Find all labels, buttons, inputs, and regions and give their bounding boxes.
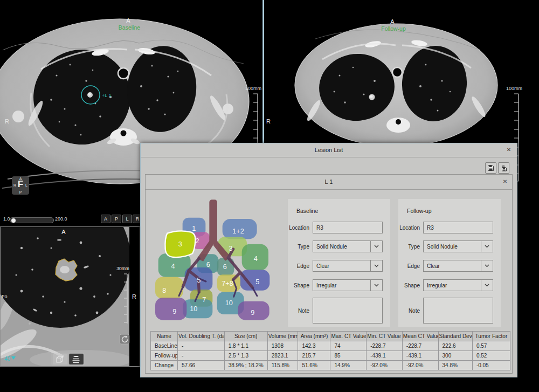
- orientation-a-label: A: [126, 17, 130, 24]
- location-input[interactable]: [423, 222, 493, 233]
- note-label: Note: [288, 308, 309, 314]
- export-icon: [500, 164, 507, 171]
- shape-label: Shape: [398, 283, 420, 288]
- lung-segment-diagram: 1 2 3 4 6 5 8 7 9 10 1+2 3 4 6 5: [152, 195, 281, 330]
- cube-right-label: L: [25, 183, 27, 187]
- shape-label: Shape: [288, 283, 309, 288]
- chevron-down-icon: [370, 241, 382, 252]
- cube-view-button[interactable]: [53, 354, 67, 365]
- series-title: Follow-up: [381, 25, 406, 32]
- dialog-title: Lesion List: [141, 147, 517, 153]
- type-select[interactable]: Solid Nodule: [423, 240, 493, 252]
- chevron-down-icon: [370, 280, 382, 291]
- zoom-slider-handle[interactable]: [11, 218, 16, 223]
- scale-label: 30mm: [116, 266, 129, 271]
- svg-text:3: 3: [229, 245, 232, 252]
- svg-text:9: 9: [172, 308, 176, 315]
- chevron-down-icon: [481, 260, 493, 271]
- cube-left-label: R: [13, 183, 16, 187]
- edge-label: Edge: [288, 263, 309, 269]
- svg-text:10: 10: [190, 305, 197, 313]
- svg-text:10: 10: [225, 299, 233, 307]
- series-title: Baseline: [119, 24, 140, 31]
- lesion-panel-title: L 1: [146, 178, 512, 185]
- location-label: Location: [398, 225, 420, 231]
- table-row[interactable]: BaseLine - 1.8 * 1.1 1308 142.3 74 -228.…: [151, 341, 510, 351]
- zoom-slider[interactable]: [10, 217, 54, 223]
- type-label: Type: [288, 244, 309, 250]
- orientation-r-label: R: [5, 118, 9, 125]
- svg-text:2: 2: [195, 237, 199, 245]
- slice-stack-button[interactable]: [69, 354, 84, 365]
- shape-select[interactable]: Irregular: [423, 279, 493, 291]
- location-input[interactable]: [313, 222, 383, 233]
- table-row[interactable]: Follow-up - 2.5 * 1.3 2823.1 215.7 85 -4…: [151, 351, 510, 361]
- render-mode-toggle: [51, 353, 85, 366]
- orientation-button-l[interactable]: L: [122, 215, 132, 223]
- scale-label: 100mm: [245, 86, 261, 91]
- edge-select[interactable]: Clear: [313, 260, 383, 272]
- lesion-panel-close-button[interactable]: ✕: [501, 178, 509, 185]
- svg-text:6: 6: [223, 263, 227, 271]
- segment-l5[interactable]: [240, 270, 270, 290]
- baseline-form: Baseline Location Type Solid Nodule Edge…: [288, 199, 390, 327]
- svg-text:4: 4: [171, 263, 175, 270]
- magnified-ct-image: A Fo R 30mm 40: [0, 226, 140, 367]
- svg-text:1+2: 1+2: [232, 228, 244, 235]
- orientation-r-label: R: [266, 118, 271, 125]
- svg-text:7+8: 7+8: [222, 280, 233, 287]
- cube-bottom-label: P: [12, 190, 29, 194]
- reset-view-button[interactable]: [120, 334, 129, 344]
- form-title: Baseline: [296, 208, 318, 214]
- svg-text:1: 1: [192, 225, 196, 232]
- lesion-detail-panel: L 1 ✕: [145, 174, 513, 374]
- orientation-button-a[interactable]: A: [101, 215, 110, 223]
- note-input[interactable]: [423, 298, 493, 324]
- svg-text:7: 7: [202, 296, 206, 304]
- orientation-button-p[interactable]: P: [112, 215, 121, 223]
- followup-form: Follow-up Location Type Solid Nodule Edg…: [398, 199, 501, 327]
- measurement-table: Name Vol. Doubling T. (day Size (cm) Vol…: [150, 331, 510, 370]
- orientation-a-label: A: [390, 18, 395, 25]
- zoom-min-label: 1.0: [3, 216, 10, 222]
- segment-r10[interactable]: [183, 299, 212, 318]
- save-button[interactable]: [485, 162, 496, 174]
- dialog-close-button[interactable]: ✕: [505, 146, 513, 154]
- form-title: Follow-up: [407, 208, 432, 214]
- edge-select[interactable]: Clear: [423, 260, 493, 272]
- segment-r9[interactable]: [155, 298, 186, 320]
- note-label: Note: [398, 308, 420, 314]
- orientation-cube[interactable]: F A P R L: [12, 176, 29, 195]
- export-button[interactable]: [498, 162, 509, 174]
- edge-label: Fo: [2, 294, 8, 299]
- orientation-r-label: R: [132, 293, 136, 300]
- svg-text:5: 5: [197, 277, 201, 284]
- lesion-list-dialog: Lesion List ✕ L 1 ✕: [140, 143, 517, 377]
- zoom-max-label: 200.0: [55, 216, 67, 222]
- svg-text:6: 6: [206, 261, 210, 269]
- svg-text:8: 8: [162, 287, 166, 294]
- type-label: Type: [398, 244, 420, 250]
- type-select[interactable]: Solid Nodule: [313, 240, 383, 252]
- magnified-viewport[interactable]: A Fo R 30mm 40: [0, 226, 140, 367]
- note-input[interactable]: [313, 298, 383, 324]
- scale-label: 100mm: [506, 86, 522, 91]
- svg-text:4: 4: [254, 255, 258, 263]
- table-row[interactable]: Change 57.66 38.9% ; 18.2% 115.8% 51.6% …: [151, 361, 510, 370]
- cube-top-label: A: [12, 177, 29, 181]
- trachea: [118, 68, 129, 79]
- shape-select[interactable]: Irregular: [313, 279, 383, 291]
- svg-text:3: 3: [178, 240, 182, 248]
- chevron-down-icon: [481, 241, 493, 252]
- location-label: Location: [288, 225, 309, 231]
- slice-number: 40: [4, 356, 11, 362]
- svg-text:5: 5: [255, 278, 259, 286]
- chevron-down-icon: [481, 280, 493, 291]
- lesion-tag[interactable]: +L 1: [102, 93, 111, 98]
- zoom-controls-bar: 1.0 200.0 A P L R: [0, 213, 142, 226]
- chevron-down-icon: [370, 260, 382, 271]
- ct-workstation: +L 1 A Baseline R 100mm: [0, 0, 539, 392]
- svg-text:9: 9: [251, 309, 254, 317]
- table-header-row: Name Vol. Doubling T. (day Size (cm) Vol…: [151, 332, 510, 341]
- orientation-a-label: A: [61, 229, 66, 235]
